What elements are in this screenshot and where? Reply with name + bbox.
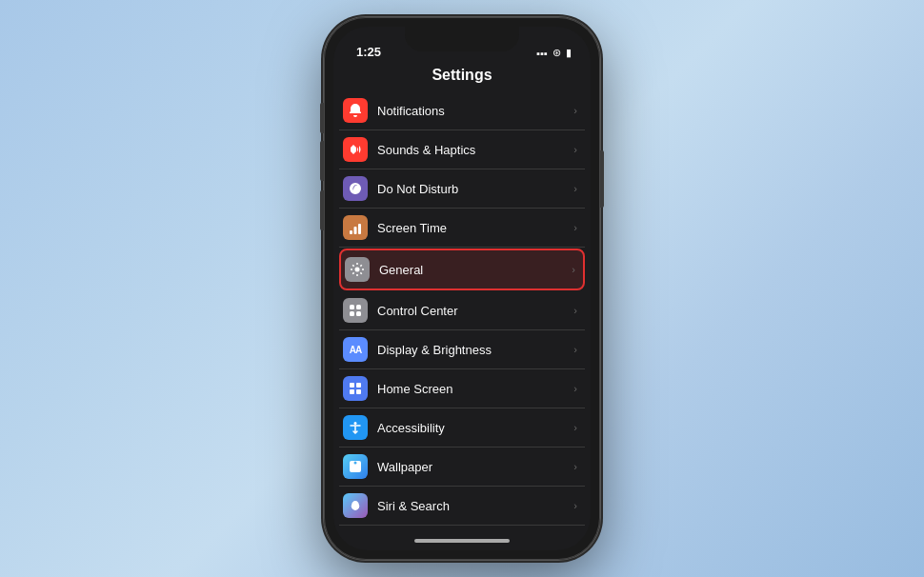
sounds-label: Sounds & Haptics [377,143,573,157]
accessibility-icon [343,415,368,440]
homescreen-icon [343,376,368,401]
svg-rect-0 [350,230,352,234]
settings-item-homescreen[interactable]: Home Screen › [339,369,585,408]
svg-rect-1 [354,227,357,234]
screentime-icon [343,215,368,240]
general-icon [345,257,370,282]
settings-item-wallpaper[interactable]: Wallpaper › [339,448,585,487]
svg-rect-11 [356,389,361,394]
svg-rect-5 [356,305,361,309]
notch [405,27,519,51]
sounds-chevron: › [573,144,577,155]
svg-point-3 [355,268,360,272]
settings-item-siri[interactable]: Siri & Search › [339,487,585,526]
homescreen-chevron: › [573,383,577,394]
settings-item-screentime[interactable]: Screen Time › [339,209,585,248]
phone-frame: 1:25 ▪▪▪ ⊛ ▮ Settings Notifications › [324,17,600,560]
controlcenter-chevron: › [573,305,577,316]
wallpaper-chevron: › [573,461,577,472]
controlcenter-icon [343,298,368,323]
svg-rect-10 [350,389,354,394]
display-chevron: › [573,344,577,355]
dnd-chevron: › [573,183,577,194]
svg-rect-4 [350,305,354,309]
power-button[interactable] [600,150,604,208]
wallpaper-icon [343,454,368,479]
screentime-label: Screen Time [377,221,573,235]
display-icon: AA [343,337,368,362]
home-bar [414,539,510,543]
settings-list: Notifications › Sounds & Haptics › [333,91,591,531]
accessibility-label: Accessibility [377,421,573,435]
status-time: 1:25 [352,45,381,59]
svg-rect-2 [358,224,361,234]
volume-up-button[interactable] [320,141,324,181]
siri-icon [343,493,368,518]
svg-rect-7 [356,311,361,316]
home-indicator [333,531,591,550]
svg-rect-6 [350,311,354,316]
settings-item-notifications[interactable]: Notifications › [339,91,585,130]
signal-icon: ▪▪▪ [536,48,548,59]
svg-rect-8 [350,383,354,388]
general-label: General [379,263,572,277]
volume-down-button[interactable] [320,190,324,230]
page-title: Settings [333,63,591,91]
settings-item-general[interactable]: General › [339,249,585,290]
dnd-icon [343,176,368,201]
settings-item-dnd[interactable]: Do Not Disturb › [339,169,585,209]
notifications-icon [343,98,368,123]
settings-item-faceid[interactable]: Face ID & Passcode › [339,526,585,531]
battery-icon: ▮ [566,47,572,59]
settings-item-controlcenter[interactable]: Control Center › [339,291,585,330]
homescreen-label: Home Screen [377,382,573,396]
svg-point-12 [354,422,357,425]
svg-rect-9 [356,383,361,388]
display-label: Display & Brightness [377,343,573,357]
siri-chevron: › [573,500,577,511]
sounds-icon [343,137,368,162]
accessibility-chevron: › [573,422,577,433]
notifications-chevron: › [573,105,577,116]
siri-label: Siri & Search [377,499,573,513]
controlcenter-label: Control Center [377,304,573,318]
wallpaper-label: Wallpaper [377,460,573,474]
general-chevron: › [572,264,575,275]
notifications-label: Notifications [377,104,573,118]
dnd-label: Do Not Disturb [377,182,573,196]
settings-item-display[interactable]: AA Display & Brightness › [339,330,585,369]
screentime-chevron: › [573,222,577,233]
wifi-icon: ⊛ [552,47,561,59]
status-icons: ▪▪▪ ⊛ ▮ [536,47,572,59]
phone-screen: 1:25 ▪▪▪ ⊛ ▮ Settings Notifications › [333,27,591,550]
settings-item-sounds[interactable]: Sounds & Haptics › [339,130,585,169]
settings-item-accessibility[interactable]: Accessibility › [339,408,585,448]
